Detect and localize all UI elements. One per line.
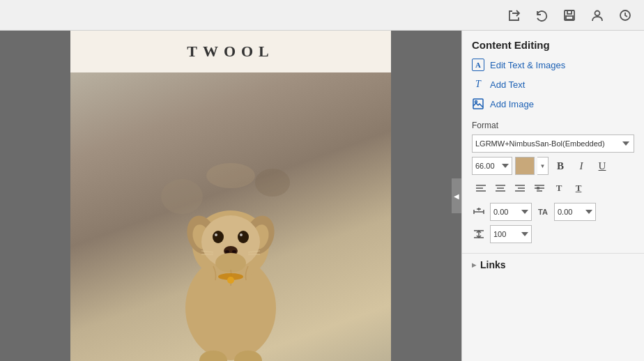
- dog-svg: [154, 155, 307, 361]
- char-spacing-icon: [472, 205, 486, 219]
- add-text-icon: T: [472, 78, 484, 91]
- svg-point-7: [206, 163, 255, 188]
- italic-btn[interactable]: I: [572, 157, 590, 175]
- svg-point-15: [213, 231, 224, 243]
- pdf-area: TWOOL odelling one of the eads and colla…: [0, 31, 461, 361]
- char-spacing-row: 0.00 TA 0.00: [472, 203, 634, 221]
- svg-point-3: [595, 10, 600, 15]
- svg-point-18: [240, 233, 243, 236]
- profile-icon[interactable]: [590, 8, 605, 23]
- add-image-label: Add Image: [490, 99, 534, 109]
- format-label: Format: [472, 121, 634, 130]
- line-scale-row: 100: [472, 225, 634, 243]
- right-panel: Content Editing A Edit Text & Images T A…: [461, 31, 644, 361]
- share-icon[interactable]: [506, 8, 521, 23]
- svg-point-22: [215, 253, 246, 272]
- edit-text-images-item[interactable]: A Edit Text & Images: [462, 55, 644, 75]
- font-dropdown[interactable]: LGRMW+NimbusSan-Bol(Embedded): [472, 135, 634, 153]
- svg-point-17: [215, 233, 217, 236]
- svg-point-21: [232, 250, 236, 253]
- format-section: Format LGRMW+NimbusSan-Bol(Embedded) 66.…: [462, 114, 644, 250]
- svg-point-26: [227, 277, 234, 284]
- main-area: TWOOL odelling one of the eads and colla…: [0, 31, 644, 361]
- save-icon[interactable]: [562, 8, 577, 23]
- svg-rect-1: [567, 10, 572, 14]
- svg-point-6: [255, 169, 290, 197]
- add-image-icon: [472, 98, 484, 110]
- bold-btn[interactable]: B: [551, 157, 569, 175]
- svg-point-16: [238, 231, 249, 243]
- svg-point-20: [225, 250, 229, 253]
- char-spacing-dropdown[interactable]: 0.00: [490, 203, 532, 221]
- links-section: ▶ Links: [462, 253, 644, 276]
- svg-point-5: [161, 179, 203, 214]
- links-arrow-icon: ▶: [472, 262, 476, 268]
- links-label: Links: [480, 259, 506, 270]
- text-top-align-btn[interactable]: T: [550, 179, 568, 197]
- edit-text-icon: A: [472, 59, 484, 71]
- color-picker-arrow[interactable]: ▼: [537, 157, 549, 175]
- pdf-dog-image: [70, 72, 391, 361]
- align-center-btn[interactable]: [491, 179, 509, 197]
- edit-text-images-label: Edit Text & Images: [490, 60, 565, 70]
- line-scale-dropdown[interactable]: 100: [490, 225, 532, 243]
- underline-btn[interactable]: U: [593, 157, 611, 175]
- pdf-page: TWOOL odelling one of the eads and colla…: [70, 31, 391, 361]
- color-picker-btn[interactable]: [515, 157, 535, 175]
- svg-rect-2: [566, 16, 573, 20]
- align-justify-btn[interactable]: [530, 179, 549, 197]
- word-spacing-dropdown[interactable]: 0.00: [554, 203, 596, 221]
- align-left-btn[interactable]: [472, 179, 490, 197]
- add-text-label: Add Text: [490, 79, 525, 90]
- line-scale-icon: [472, 227, 486, 241]
- add-text-item[interactable]: T Add Text: [462, 75, 644, 94]
- top-toolbar: [0, 0, 644, 31]
- format-controls-row: 66.00 12 14 24 ▼ B I U: [472, 157, 634, 175]
- undo-icon[interactable]: [534, 8, 549, 23]
- pdf-header: TWOOL: [70, 31, 391, 72]
- history-icon[interactable]: [618, 8, 633, 23]
- align-right-btn[interactable]: [511, 179, 529, 197]
- panel-title: Content Editing: [462, 31, 644, 55]
- brand-text: TWOOL: [187, 43, 275, 61]
- alignment-row: T T: [472, 179, 634, 197]
- word-spacing-icon: TA: [536, 205, 550, 219]
- links-header[interactable]: ▶ Links: [472, 259, 634, 270]
- collapse-panel-btn[interactable]: ◀: [452, 178, 461, 213]
- text-bottom-align-btn[interactable]: T: [569, 179, 588, 197]
- add-image-item[interactable]: Add Image: [462, 94, 644, 114]
- font-size-dropdown[interactable]: 66.00 12 14 24: [472, 157, 512, 175]
